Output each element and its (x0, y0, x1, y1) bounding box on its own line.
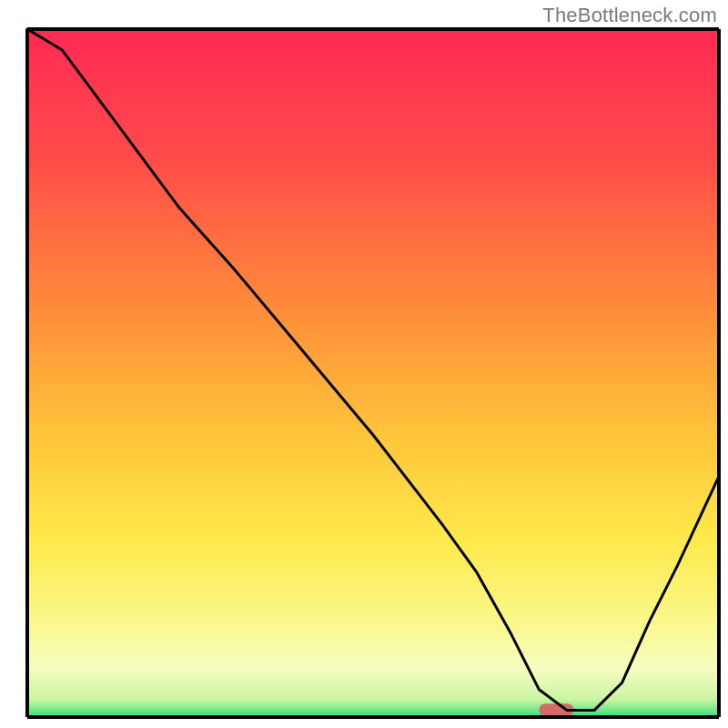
watermark-text: TheBottleneck.com (542, 4, 717, 27)
chart-container: TheBottleneck.com (0, 0, 728, 728)
gradient-background (27, 29, 719, 717)
bottleneck-chart (0, 0, 728, 728)
